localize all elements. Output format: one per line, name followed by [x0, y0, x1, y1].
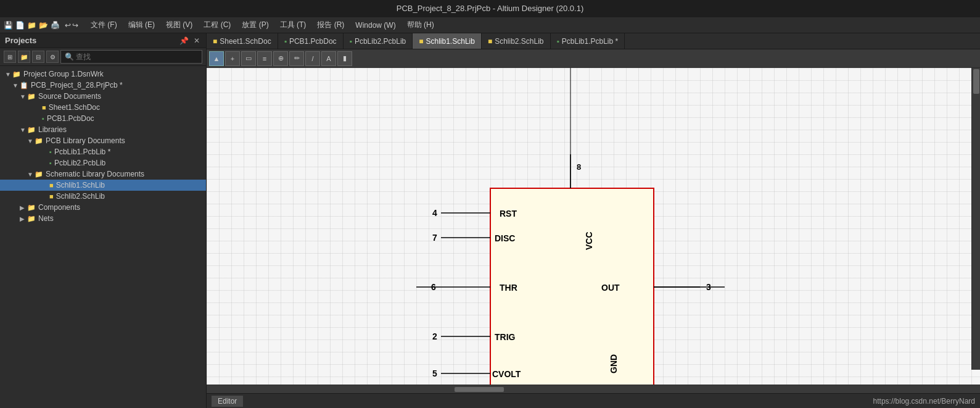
line-btn[interactable]: / [305, 51, 320, 66]
libraries-icon: 📁 [27, 126, 36, 134]
arrow-icon: ▼ [27, 171, 35, 178]
editor-toolbar: ▲ + ▭ ≡ ⊕ ✏ / A ▮ [207, 49, 980, 68]
pin-6-number: 6 [431, 282, 436, 292]
tree-item-pcblib1[interactable]: ▪ PcbLib1.PcbLib * [0, 146, 206, 157]
pcb-project-icon: 📋 [20, 81, 28, 90]
tab-schlib2[interactable]: ■ Schlib2.SchLib [482, 33, 551, 49]
toolbar-save-icon[interactable]: 💾 [4, 21, 13, 30]
panel-header-icons: 📌 ✕ [178, 36, 201, 45]
toolbar-folder-icon[interactable]: 📂 [39, 21, 48, 30]
editor-tab[interactable]: Editor [212, 396, 243, 407]
title-bar: PCB_Project_8_28.PrjPcb - Altium Designe… [0, 0, 980, 17]
tab-icon: ▪ [350, 37, 352, 46]
tree-label: Libraries [38, 125, 67, 134]
tab-pcb1[interactable]: ▪ PCB1.PcbDoc [278, 33, 344, 49]
tab-label: Schlib2.SchLib [495, 37, 543, 46]
arrow-icon: ▼ [12, 82, 20, 89]
arrow-icon: ▶ [20, 204, 27, 211]
panel-toolbar: ⊞ 📁 ⊟ ⚙ [0, 48, 206, 66]
add-pin-btn[interactable]: + [225, 51, 240, 66]
menu-tools[interactable]: 工具 (T) [275, 19, 311, 31]
tab-icon: ▪ [557, 37, 559, 46]
add-button[interactable]: ⊞ [4, 51, 16, 63]
tab-label: Sheet1.SchDoc [220, 37, 271, 46]
pin-5-number: 5 [432, 368, 437, 378]
search-input[interactable] [60, 50, 202, 64]
nets-icon: 📁 [27, 215, 36, 223]
tree-item-nets[interactable]: ▶ 📁 Nets [0, 213, 206, 224]
menu-file[interactable]: 文件 (F) [86, 19, 122, 31]
toolbar-new-icon[interactable]: 📄 [15, 21, 25, 30]
menu-help[interactable]: 帮助 (H) [402, 19, 439, 31]
tree-item-libraries[interactable]: ▼ 📁 Libraries [0, 124, 206, 135]
right-panel: ■ Sheet1.SchDoc ▪ PCB1.PcbDoc ▪ PcbLib2.… [207, 33, 980, 408]
move-btn[interactable]: ⊕ [273, 51, 288, 66]
tree-label: Nets [38, 214, 54, 223]
menu-window[interactable]: Window (W) [350, 20, 400, 31]
fill-btn[interactable]: ▮ [337, 51, 352, 66]
tree-label: Components [38, 203, 80, 212]
pin-7-number: 7 [432, 233, 437, 243]
canvas-area[interactable]: 4 RST 7 DISC 6 THR 2 TRIG [207, 68, 980, 385]
tab-pcblib1[interactable]: ▪ PcbLib1.PcbLib * [551, 33, 625, 49]
tree-item-pcb-project[interactable]: ▼ 📋 PCB_Project_8_28.PrjPcb * [0, 80, 206, 91]
left-panel: Projects 📌 ✕ ⊞ 📁 ⊟ ⚙ ▼ 📁 Project Group 1… [0, 33, 207, 408]
menu-bar: 💾 📄 📁 📂 🖨️ ↩ ↪ 文件 (F) 编辑 (E) 视图 (V) 工程 (… [0, 17, 980, 33]
align-btn[interactable]: ≡ [257, 51, 272, 66]
bottom-left: Editor [212, 396, 243, 407]
panel-pin-icon[interactable]: 📌 [178, 36, 190, 45]
tree-item-pcb-lib-docs[interactable]: ▼ 📁 PCB Library Documents [0, 135, 206, 146]
select-tool-btn[interactable]: ▲ [209, 51, 224, 66]
bottom-bar: Editor https://blog.csdn.net/BerryNard [207, 393, 980, 408]
tree-item-components[interactable]: ▶ 📁 Components [0, 202, 206, 213]
tree-label: PCB Library Documents [46, 136, 125, 145]
pin-gnd-label: GND [609, 354, 619, 373]
tree-item-schlib2[interactable]: ■ Schlib2.SchLib [0, 191, 206, 202]
tree-item-pcb1[interactable]: ▪ PCB1.PcbDoc [0, 113, 206, 124]
pin-rst-label: RST [500, 209, 517, 219]
rectangle-btn[interactable]: ▭ [241, 51, 256, 66]
arrow-icon: ▼ [20, 93, 27, 100]
tree-item-project-group[interactable]: ▼ 📁 Project Group 1.DsnWrk [0, 69, 206, 80]
tree-label: Schlib1.SchLib [56, 181, 105, 189]
panel-title: Projects [5, 36, 36, 45]
menu-report[interactable]: 报告 (R) [312, 19, 349, 31]
tree-label: PCB1.PcbDoc [47, 114, 94, 123]
tab-schlib1[interactable]: ■ Schlib1.SchLib [413, 33, 482, 49]
tree-label: Source Documents [38, 92, 101, 101]
tree-item-sheet1[interactable]: ■ Sheet1.SchDoc [0, 102, 206, 113]
menu-view[interactable]: 视图 (V) [161, 19, 197, 31]
arrow-icon: ▶ [20, 215, 27, 222]
tab-sheet1[interactable]: ■ Sheet1.SchDoc [207, 33, 278, 49]
components-icon: 📁 [27, 204, 36, 212]
tab-icon: ■ [419, 37, 423, 46]
settings-button[interactable]: ⚙ [46, 51, 59, 63]
panel-close-icon[interactable]: ✕ [192, 36, 201, 45]
horizontal-scrollbar[interactable] [207, 385, 980, 393]
pin-cvolt-label: CVOLT [492, 369, 521, 379]
toolbar-open-icon[interactable]: 📁 [27, 21, 36, 30]
expand-button[interactable]: ⊟ [32, 51, 44, 63]
menu-project[interactable]: 工程 (C) [199, 19, 236, 31]
pcb-icon: ▪ [42, 115, 44, 122]
arrow-icon: ▼ [27, 138, 35, 144]
pencil-btn[interactable]: ✏ [289, 51, 304, 66]
folder-button[interactable]: 📁 [18, 51, 30, 63]
toolbar-print-icon[interactable]: 🖨️ [51, 21, 60, 30]
tree-label: PcbLib1.PcbLib * [54, 148, 110, 156]
scrollbar-thumb-h[interactable] [455, 387, 504, 392]
toolbar-redo-icon[interactable]: ↪ [72, 21, 78, 30]
tree-item-sch-lib-docs[interactable]: ▼ 📁 Schematic Library Documents [0, 169, 206, 180]
schlib2-icon: ■ [49, 193, 54, 200]
menu-edit[interactable]: 编辑 (E) [123, 19, 160, 31]
text-btn[interactable]: A [321, 51, 336, 66]
menu-place[interactable]: 放置 (P) [237, 19, 273, 31]
toolbar-undo-icon[interactable]: ↩ [65, 21, 71, 30]
tab-bar: ■ Sheet1.SchDoc ▪ PCB1.PcbDoc ▪ PcbLib2.… [207, 33, 980, 49]
tree-item-pcblib2[interactable]: ▪ PcbLib2.PcbLib [0, 157, 206, 169]
source-docs-icon: 📁 [27, 93, 36, 101]
tab-pcblib2[interactable]: ▪ PcbLib2.PcbLib [344, 33, 413, 49]
tree-item-source-docs[interactable]: ▼ 📁 Source Documents [0, 91, 206, 102]
tree-item-schlib1[interactable]: ■ Schlib1.SchLib [0, 180, 206, 191]
tab-label: PcbLib1.PcbLib * [562, 37, 618, 46]
